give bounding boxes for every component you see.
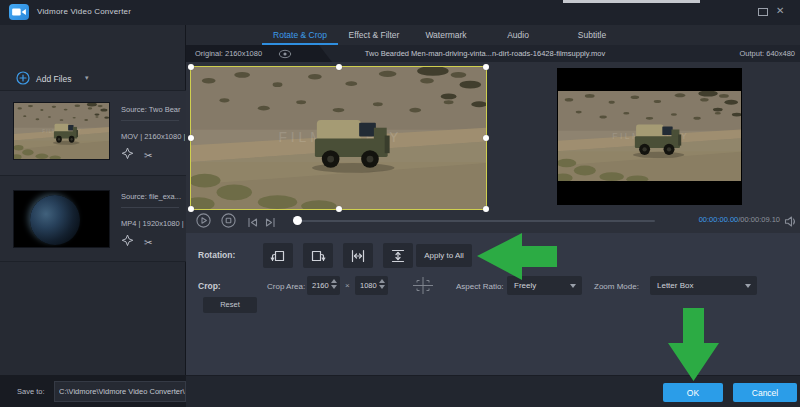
crop-handle[interactable] (336, 64, 342, 70)
current-time: 00:00:00.00 (699, 215, 739, 224)
output-preview-video (558, 91, 741, 181)
crop-handle[interactable] (483, 206, 489, 212)
file-format-label: MOV | 2160x1080 | (121, 132, 185, 141)
apply-to-all-button[interactable]: Apply to All (416, 244, 472, 267)
add-files-button[interactable]: Add Files (36, 74, 71, 84)
aspect-ratio-value: Freely (514, 276, 536, 295)
spinner-up-icon[interactable] (331, 279, 337, 283)
cut-icon[interactable]: ✂ (144, 236, 152, 249)
original-resolution-banner: Original: 2160x1080 (186, 45, 332, 62)
edit-effect-icon[interactable] (121, 146, 134, 164)
spinner-down-icon[interactable] (379, 285, 385, 289)
file-list-item[interactable]: Source: Two Bear MOV | 2160x1080 | ✂ (0, 90, 186, 176)
save-to-label: Save to: (17, 387, 45, 396)
zoom-mode-select[interactable]: Letter Box (650, 276, 757, 295)
chevron-down-icon (570, 284, 576, 288)
rotate-left-button[interactable] (263, 243, 293, 268)
close-icon[interactable]: ✕ (776, 5, 784, 17)
file-source-label: Source: Two Bear (121, 105, 185, 114)
flip-horizontal-button[interactable] (343, 243, 373, 268)
screen-edge-artifact (563, 0, 700, 3)
crop-width-stepper[interactable]: 2160 (307, 276, 340, 295)
cancel-button[interactable]: Cancel (733, 383, 797, 402)
maximize-icon[interactable] (758, 8, 768, 16)
ok-button[interactable]: OK (663, 383, 723, 402)
compare-eye-icon[interactable] (278, 45, 292, 63)
divider (121, 120, 179, 121)
file-source-label: Source: file_exa... (121, 192, 185, 201)
add-files-caret-icon[interactable]: ▾ (85, 74, 89, 82)
seek-slider[interactable] (293, 220, 655, 222)
play-button[interactable] (196, 213, 211, 232)
crop-position-icon (412, 276, 434, 299)
spinner-up-icon[interactable] (379, 279, 385, 283)
file-list-item[interactable]: Source: file_exa... MP4 | 1920x1080 | ✂ (0, 176, 186, 262)
save-path-field[interactable] (54, 381, 186, 402)
zoom-mode-value: Letter Box (657, 276, 693, 295)
previous-frame-button[interactable] (246, 215, 259, 233)
crop-area-label: Crop Area: (267, 282, 305, 291)
crop-handle[interactable] (483, 64, 489, 70)
rotation-label: Rotation: (198, 250, 235, 260)
tab-effect-filter[interactable]: Effect & Filter (334, 25, 414, 45)
tab-audio[interactable]: Audio (478, 25, 558, 45)
app-logo-icon (9, 4, 29, 20)
app-window: Vidmore Video Converter ✕ Add Files ▾ So… (0, 0, 800, 407)
current-filename: Two Bearded Men-man-driving-vinta...n-di… (330, 45, 640, 62)
tab-rotate-crop[interactable]: Rotate & Crop (260, 25, 340, 45)
chevron-down-icon (745, 284, 751, 288)
divider (121, 207, 179, 208)
seek-slider-thumb[interactable] (293, 216, 302, 225)
video-thumbnail-earth[interactable] (13, 190, 110, 248)
reset-button[interactable]: Reset (203, 297, 257, 313)
original-resolution-label: Original: 2160x1080 (195, 49, 262, 58)
flip-vertical-button[interactable] (383, 243, 413, 268)
spinner-down-icon[interactable] (331, 285, 337, 289)
crop-preview[interactable] (190, 66, 487, 210)
app-title: Vidmore Video Converter (37, 7, 131, 16)
next-frame-button[interactable] (264, 215, 277, 233)
add-files-icon[interactable] (16, 71, 30, 89)
volume-icon[interactable] (784, 214, 797, 232)
output-preview (557, 68, 742, 205)
zoom-mode-label: Zoom Mode: (594, 282, 639, 291)
stop-button[interactable] (221, 213, 236, 232)
aspect-ratio-label: Aspect Ratio: (456, 282, 504, 291)
crop-handle[interactable] (188, 135, 194, 141)
crop-height-value[interactable]: 1080 (360, 276, 377, 295)
aspect-ratio-select[interactable]: Freely (507, 276, 582, 295)
edit-effect-icon[interactable] (121, 233, 134, 251)
multiply-sign: × (345, 281, 350, 290)
cut-icon[interactable]: ✂ (144, 149, 152, 162)
crop-handle[interactable] (188, 206, 194, 212)
crop-handle[interactable] (188, 64, 194, 70)
crop-height-stepper[interactable]: 1080 (355, 276, 388, 295)
crop-handle[interactable] (336, 206, 342, 212)
crop-handle[interactable] (483, 135, 489, 141)
tab-watermark[interactable]: Watermark (406, 25, 486, 45)
time-display: 00:00:00.00/00:00:09.10 (640, 215, 780, 224)
file-format-label: MP4 | 1920x1080 | (121, 219, 185, 228)
output-resolution-label: Output: 640x480 (740, 45, 795, 62)
tab-subtitle[interactable]: Subtitle (552, 25, 632, 45)
rotate-right-button[interactable] (303, 243, 333, 268)
total-time: /00:00:09.10 (738, 215, 780, 224)
video-thumbnail-truck[interactable] (13, 102, 110, 160)
crop-label: Crop: (198, 281, 221, 291)
crop-width-value[interactable]: 2160 (312, 276, 329, 295)
